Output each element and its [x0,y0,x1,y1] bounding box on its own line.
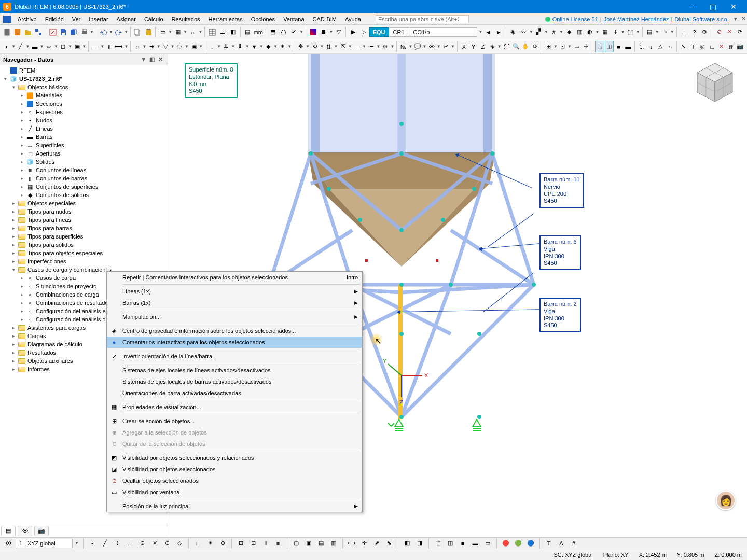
release-icon[interactable]: ◌ [175,41,184,52]
open-icon[interactable] [23,26,33,38]
report-icon[interactable]: ▤ [645,26,655,38]
annotation-surface-8[interactable]: Superficie núm. 8Estándar, Plana8.0 mmS4… [185,63,238,98]
loadcase-cr[interactable]: CR1 [390,27,409,37]
tree-ob-item[interactable]: ▸≡Conjuntos de líneas [1,166,167,174]
next-case-icon[interactable]: ► [494,26,504,38]
axes-icon[interactable]: ✛ [582,41,590,52]
sb-lines-icon[interactable]: ≡ [273,539,283,548]
zoom-all-icon[interactable]: ⛶ [502,41,511,52]
local-axes-icon[interactable]: ⤡ [679,41,688,52]
close-button[interactable]: ✕ [723,0,744,13]
load-node-icon[interactable]: ↓ [208,41,216,52]
sb-end-icon[interactable]: ◇ [174,539,185,548]
view-selector[interactable]: 1 - XYZ global [16,539,73,548]
menu-resultados[interactable]: Resultados [168,15,204,24]
ctx-luz[interactable]: Posición de la luz principal▶ [107,500,362,512]
layer-icon[interactable]: ≣ [319,26,328,38]
zoom-win-icon[interactable]: 🔍 [511,41,520,52]
find-icon[interactable]: ⌕ [188,26,198,38]
line-tool-icon[interactable]: ╱ [16,41,25,52]
new-file-icon[interactable] [2,26,12,38]
show-numbering-icon[interactable]: 1. [637,41,646,52]
view-x-icon[interactable]: X [460,41,468,52]
sb-perp-icon[interactable]: ⟂ [125,539,135,548]
sb-render3-icon[interactable]: ■ [458,539,468,548]
menu-ver[interactable]: Ver [68,15,85,24]
node-icon[interactable]: • [2,41,11,52]
snap-grid-icon[interactable]: ⊡ [558,41,567,52]
redo-icon[interactable] [114,26,123,38]
prev-case-icon[interactable]: ◄ [483,26,493,38]
sb-m1-icon[interactable]: ▢ [291,539,301,548]
tree-ob-item[interactable]: ▸🟦Secciones [1,100,167,108]
navigator-dock-icon[interactable]: ◧ [148,56,156,63]
sb-render2-icon[interactable]: ◫ [445,539,455,548]
select-icon[interactable]: ▭ [158,26,168,38]
opening-tool-icon[interactable]: ◻ [59,41,67,52]
copy-icon[interactable] [133,26,143,38]
ctx-lineas[interactable]: Líneas (1x)▶ [107,286,362,297]
support-react-icon[interactable]: ↧ [611,26,620,38]
tree-file[interactable]: ▾🧊US-17323_2.rf6* [1,75,167,83]
save-icon[interactable] [59,26,68,38]
mirror-icon[interactable]: ⮁ [324,41,333,52]
extrude-icon[interactable]: ⇱ [339,41,348,52]
render-solid-icon[interactable]: ■ [614,41,623,52]
move-icon[interactable]: ✥ [296,41,305,52]
hinge-icon[interactable]: ○ [133,41,142,52]
sb-t3-icon[interactable]: # [569,539,579,548]
panel-close-icon[interactable]: ✕ [741,16,746,22]
ctx-ocultar[interactable]: ⊘Ocultar objetos seleccionados [107,475,362,486]
menu-calculo[interactable]: Cálculo [140,15,168,24]
maximize-button[interactable]: ▢ [702,0,723,13]
menu-archivo[interactable]: Archivo [13,15,41,24]
tree-section[interactable]: ▸Tipos para objetos especiales [1,249,167,257]
divide-icon[interactable]: ÷ [353,41,362,52]
export-icon[interactable]: ⇥ [660,26,670,38]
paste-icon[interactable] [143,26,153,38]
script-icon[interactable]: { } [279,26,288,38]
ctx-repeat[interactable]: Repetir | Comentarios interactivos para … [107,272,362,283]
sb-polar-icon[interactable]: ✴ [205,539,215,548]
save-all-icon[interactable] [69,26,79,38]
view-y-icon[interactable]: Y [469,41,478,52]
render-section-icon[interactable]: ▬ [624,41,632,52]
tree-ob-item[interactable]: ▸•Nudos [1,116,167,124]
support-icon[interactable]: ▽ [161,41,170,52]
tree-ob-item[interactable]: ▸🟧Materiales [1,91,167,100]
delete-results-icon[interactable]: ✕ [725,26,735,38]
measure-icon[interactable]: ⟂ [679,26,689,38]
sb-track-icon[interactable]: ⊕ [217,539,228,548]
rotate-view-icon[interactable]: ⟳ [531,41,540,52]
member-tool-icon[interactable]: ▬ [30,41,39,52]
intersect-icon[interactable]: ⊗ [381,41,390,52]
undo-icon[interactable] [99,26,108,38]
ctx-cog[interactable]: ◈Centro de gravedad e información sobre … [107,325,362,337]
user-link[interactable]: José Martínez Hernández [604,16,669,22]
model-data-icon[interactable]: ▤ [243,26,253,38]
new-model-icon[interactable] [12,26,22,38]
minimize-button[interactable]: ─ [682,0,702,13]
tree-section[interactable]: ▸Tipos para nudos [1,207,167,216]
show-supports-icon[interactable]: △ [656,41,665,52]
sb-split-icon[interactable]: ⊹ [112,539,122,548]
trash-icon[interactable]: 🗑 [727,41,736,52]
sb-node-icon[interactable]: • [87,539,98,548]
menu-edicion[interactable]: Edición [41,15,68,24]
view-z-icon[interactable]: Z [478,41,487,52]
sb-render1-icon[interactable]: ⬚ [433,539,443,548]
menu-ventana[interactable]: Ventana [279,15,308,24]
ctx-vis-rel[interactable]: ◩Visibilidad por objetos seleccionados y… [107,452,362,464]
number-icon[interactable]: № [399,41,408,52]
menu-asignar[interactable]: Asignar [113,15,140,24]
sb-guides-icon[interactable]: ⫴ [260,539,271,548]
company-link[interactable]: Dlubal Software s.r.o. [674,16,729,22]
license-link[interactable]: Online License 51 [552,16,598,22]
block-manager-icon[interactable] [33,26,43,38]
units-icon[interactable]: mm [253,26,264,38]
tree-ob-item[interactable]: ▸◆Conjuntos de sólidos [1,191,167,199]
sb-tan-icon[interactable]: ⊖ [162,539,172,548]
tree-objetos-basicos[interactable]: ▾Objetos básicos [1,83,167,91]
eccentricity-icon[interactable]: ⇥ [147,41,156,52]
help-icon[interactable]: ? [689,26,699,38]
